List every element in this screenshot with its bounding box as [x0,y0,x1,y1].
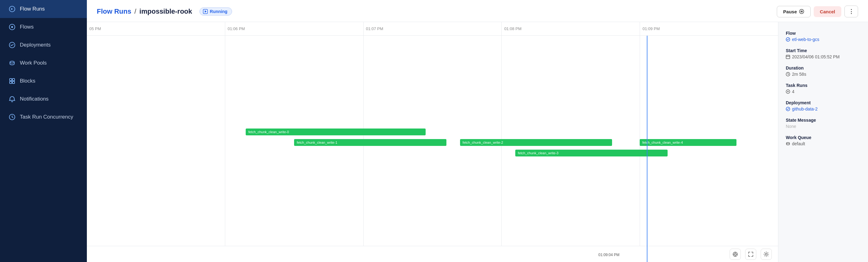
blocks-icon [9,78,16,84]
state-message-value-container: None [786,124,861,129]
sidebar-item-flow-runs[interactable]: Flow Runs [0,0,87,18]
detail-task-runs: Task Runs 4 [786,83,861,94]
work-queue-value-container: default [786,141,861,146]
deployment-link-icon [786,107,790,111]
breadcrumb-flow-runs[interactable]: Flow Runs [97,7,131,16]
expand-icon [748,252,753,257]
task-bar-2-label: fetch_chunk_clean_write-2 [463,141,503,144]
cancel-button[interactable]: Cancel [814,6,841,17]
flow-link-icon [786,37,790,41]
sidebar-item-deployments-label: Deployments [20,42,51,48]
deployment-label: Deployment [786,100,861,105]
tick-3: 01:08 PM [501,22,640,35]
deployment-value-container[interactable]: github-data-2 [786,107,861,112]
sidebar-item-flows-label: Flows [20,24,33,30]
flow-label: Flow [786,31,861,36]
tick-0: 05 PM [87,22,225,35]
duration-value-container: 2m 58s [786,72,861,77]
task-bar-3[interactable]: fetch_chunk_clean_write-3 [515,150,667,156]
deployment-value: github-data-2 [792,107,818,112]
work-pools-icon [9,60,16,66]
flows-icon [9,24,16,30]
pause-button[interactable]: Pause [777,6,811,18]
page-header: Flow Runs / impossible-rook Running Paus… [87,0,868,22]
deployments-icon [9,41,16,49]
work-queue-value: default [792,141,805,146]
task-bar-3-label: fetch_chunk_clean_write-3 [518,151,558,155]
content-area: 05 PM 01:06 PM 01:07 PM 01:08 PM 01:09 P… [87,22,868,262]
task-bar-1[interactable]: fetch_chunk_clean_write-1 [294,139,446,146]
flow-value: etl-web-to-gcs [792,37,819,42]
svg-point-26 [787,91,788,92]
header-actions: Pause Cancel ⋮ [777,6,858,18]
detail-state-message: State Message None [786,118,861,129]
running-icon [203,9,208,14]
task-runs-icon [786,89,790,94]
svg-point-21 [765,253,767,255]
sidebar-item-notifications[interactable]: Notifications [0,90,87,108]
state-message-value: None [786,124,796,129]
tick-2: 01:07 PM [363,22,502,35]
start-time-value-container: 2023/04/06 01:05:52 PM [786,54,861,59]
task-bar-4[interactable]: fetch_chunk_clean_write-4 [640,139,737,146]
breadcrumb-separator: / [134,7,136,16]
task-row-3: fetch_chunk_clean_write-3 [87,150,778,157]
svg-point-28 [786,143,789,144]
right-panel: Flow etl-web-to-gcs Start Time [778,22,868,262]
task-runs-label: Task Runs [786,83,861,88]
sidebar-item-work-pools-label: Work Pools [20,60,47,66]
settings-icon [764,252,769,257]
task-row-2: fetch_chunk_clean_write-1 fetch_chunk_cl… [87,139,778,147]
header-left: Flow Runs / impossible-rook Running [97,7,232,16]
svg-rect-13 [801,10,802,12]
sidebar-item-notifications-label: Notifications [20,96,49,102]
pause-icon [799,9,804,14]
work-queue-label: Work Queue [786,135,861,140]
sidebar-item-work-pools[interactable]: Work Pools [0,54,87,72]
detail-flow: Flow etl-web-to-gcs [786,31,861,42]
current-time-label: 01:09:04 PM [598,253,620,257]
pause-label: Pause [783,9,797,14]
more-button[interactable]: ⋮ [844,6,858,18]
svg-rect-7 [10,81,12,84]
status-label: Running [210,9,227,14]
task-bars: fetch_chunk_clean_write-0 fetch_chunk_cl… [87,36,778,250]
start-time-label: Start Time [786,48,861,53]
timeline-footer: 01:09:04 PM [87,246,778,262]
clock-icon [786,72,790,76]
task-runs-value-container: 4 [786,89,861,94]
task-runs-value: 4 [792,89,795,94]
time-indicator [647,36,647,262]
calendar-icon [786,55,790,59]
detail-duration: Duration 2m 58s [786,65,861,77]
status-badge: Running [199,7,232,16]
state-message-label: State Message [786,118,861,123]
sidebar-item-deployments[interactable]: Deployments [0,36,87,54]
sidebar-item-blocks-label: Blocks [20,78,35,84]
breadcrumb-current: impossible-rook [139,7,192,16]
target-icon [733,252,738,257]
timeline-area: 05 PM 01:06 PM 01:07 PM 01:08 PM 01:09 P… [87,22,778,262]
task-bar-4-label: fetch_chunk_clean_write-4 [642,141,683,144]
task-bar-0[interactable]: fetch_chunk_clean_write-0 [246,128,425,135]
svg-marker-11 [205,10,207,13]
sidebar-item-task-run-concurrency-label: Task Run Concurrency [20,114,73,120]
sidebar: Flow Runs Flows Deployments Work Pools [0,0,87,262]
main-area: Flow Runs / impossible-rook Running Paus… [87,0,868,262]
target-icon-btn[interactable] [730,249,741,260]
task-bar-0-label: fetch_chunk_clean_write-0 [248,130,289,134]
task-bar-1-label: fetch_chunk_clean_write-1 [297,141,337,144]
start-time-value: 2023/04/06 01:05:52 PM [792,54,839,59]
work-queue-icon [786,142,790,146]
detail-deployment: Deployment github-data-2 [786,100,861,112]
sidebar-item-blocks[interactable]: Blocks [0,72,87,90]
tick-1: 01:06 PM [225,22,363,35]
expand-icon-btn[interactable] [745,249,756,260]
flow-value-container[interactable]: etl-web-to-gcs [786,37,861,42]
task-bar-2[interactable]: fetch_chunk_clean_write-2 [460,139,612,146]
svg-rect-23 [786,55,790,59]
svg-rect-6 [12,79,14,81]
settings-icon-btn[interactable] [761,249,772,260]
sidebar-item-task-run-concurrency[interactable]: Task Run Concurrency [0,108,87,126]
sidebar-item-flows[interactable]: Flows [0,18,87,36]
